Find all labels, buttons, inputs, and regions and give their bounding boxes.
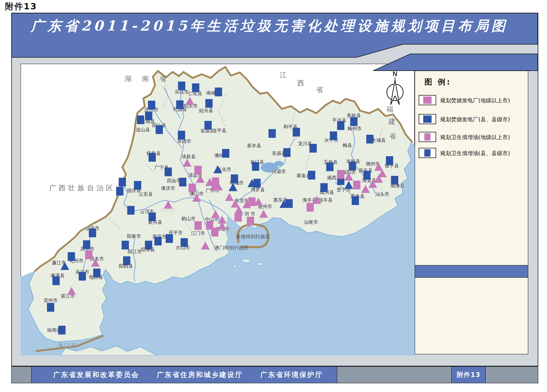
legend-item-label: 规划焚烧发电厂(地级以上市): [440, 97, 510, 104]
legend-item: 规划卫生填埋场(县、县级市): [415, 148, 528, 159]
legend-symbol-box: [419, 148, 436, 158]
map-drawing: [21, 64, 415, 355]
legend-item: 规划卫生填埋场(地级以上市): [415, 132, 528, 143]
blue-triangle-icon: [423, 116, 431, 123]
footer-gray-block-mid: [337, 367, 452, 383]
legend-divider-band: [415, 265, 528, 278]
pink-square-icon: [424, 133, 431, 141]
legend-symbol-box: [419, 114, 436, 124]
attachment-label-top: 附件13: [5, 1, 37, 12]
map-title: 广东省2011-2015年生活垃圾无害化处理设施规划项目布局图: [29, 17, 510, 35]
north-compass-icon: N: [380, 69, 410, 109]
footer-gray-block-right: [486, 367, 538, 383]
legend-title: 图 例:: [424, 77, 451, 87]
legend-item-label: 规划卫生填埋场(县、县级市): [440, 150, 510, 157]
footer-attachment-label: 附件13: [452, 367, 486, 383]
islet: [233, 265, 237, 267]
footer-agency-name: 广东省住房和城乡建设厅: [157, 370, 243, 379]
pink-triangle-icon: [423, 96, 431, 104]
legend-item-label: 规划卫生填埋场(地级以上市): [440, 134, 510, 141]
footer-agency-name: 广东省发展和改革委员会: [53, 370, 139, 379]
compass-n-label: N: [393, 70, 397, 78]
islet: [257, 263, 262, 265]
islet: [242, 259, 250, 262]
footer-gray-block-left: [12, 367, 32, 383]
legend-item: 规划焚烧发电厂(地级以上市): [415, 95, 528, 106]
legend-item: 规划焚烧发电厂(县、县级市): [415, 114, 528, 125]
legend-panel: 图 例: 规划焚烧发电厂(地级以上市)规划焚烧发电厂(县、县级市)规划卫生填埋场…: [415, 71, 528, 354]
footer-agency-name: 广东省环境保护厅: [260, 370, 323, 379]
footer-agencies: 广东省发展和改革委员会广东省住房和城乡建设厅广东省环境保护厅: [32, 367, 337, 383]
legend-symbol-box: [419, 95, 436, 105]
legend-symbol-box: [419, 132, 436, 142]
blue-square-icon: [424, 149, 431, 157]
page: 附件13: [0, 0, 547, 392]
legend-item-label: 规划焚烧发电厂(县、县级市): [440, 116, 510, 123]
footer-bar: 广东省发展和改革委员会广东省住房和城乡建设厅广东省环境保护厅 附件13: [11, 366, 538, 383]
